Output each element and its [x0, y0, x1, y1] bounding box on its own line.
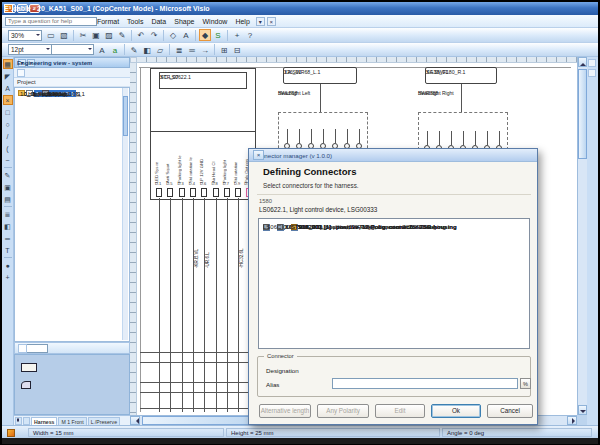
pan-zoom-button[interactable]: [588, 59, 596, 67]
page-tab-harness[interactable]: Harness: [31, 417, 57, 425]
page-tab-m-1-front[interactable]: M 1 Front: [58, 417, 86, 425]
line-icon[interactable]: ═: [3, 233, 13, 243]
paste-icon[interactable]: ▨: [103, 29, 115, 41]
bring-front-icon[interactable]: ⊞: [218, 44, 230, 56]
layers-icon[interactable]: ≣: [3, 209, 13, 219]
zoom-in-icon[interactable]: +: [231, 29, 243, 41]
alias-input[interactable]: [332, 378, 518, 389]
text-tool-icon[interactable]: A: [180, 29, 192, 41]
line-style-icon[interactable]: ═: [186, 44, 198, 56]
arc-tool-icon[interactable]: (: [3, 143, 13, 153]
line-tool-icon[interactable]: /: [3, 131, 13, 141]
menu-help[interactable]: Help: [231, 17, 253, 26]
rectangle-tool-icon[interactable]: □: [3, 107, 13, 117]
stencil-master-shape[interactable]: [21, 363, 37, 372]
page-break-button[interactable]: [588, 69, 596, 77]
menu-window[interactable]: Window: [198, 17, 231, 26]
wire-3[interactable]: [182, 198, 183, 412]
help-icon[interactable]: ?: [244, 29, 256, 41]
pan-tool-icon[interactable]: +: [3, 272, 13, 282]
page-tab-l-preserve[interactable]: L /Preserve: [88, 417, 120, 425]
redo-icon[interactable]: ↷: [148, 29, 160, 41]
stencil-master-shape[interactable]: [21, 381, 31, 389]
component-block-headlight-right[interactable]: XA.SWF180_R.1 SG38_01: [425, 67, 497, 84]
shapes-icon[interactable]: ◇: [167, 29, 179, 41]
format-painter-icon[interactable]: ✎: [116, 29, 128, 41]
undo-icon[interactable]: ↶: [135, 29, 147, 41]
ok-button[interactable]: Ok: [431, 404, 481, 418]
fill-color-icon[interactable]: ◧: [141, 44, 153, 56]
stamp-tool-icon[interactable]: ▤: [3, 194, 13, 204]
title-bar[interactable]: E³.cable - 20_KA51_S00_1 (CopCenter Mode…: [2, 2, 598, 15]
connector-tree-item-8[interactable]: ✓ST912_001 [1] , positive, 12-Polig, con…: [259, 222, 291, 232]
menu-tools[interactable]: Tools: [123, 17, 147, 26]
font-size-select[interactable]: 12pt: [8, 44, 52, 55]
stencil-shapes-panel[interactable]: [14, 354, 130, 415]
color-schemes-icon[interactable]: ▦: [3, 59, 13, 69]
tabs-scroll-right-icon[interactable]: [23, 417, 30, 425]
connector-pin-6[interactable]: [213, 188, 219, 197]
zoom-tool-icon[interactable]: ●: [3, 260, 13, 270]
connector-pin-4[interactable]: [190, 188, 196, 197]
wire-2[interactable]: [170, 198, 171, 412]
connector-pin-1[interactable]: [156, 188, 162, 197]
component-block-headlight-left[interactable]: XA.SWR68_L.1 136_01: [283, 67, 357, 84]
wire-6[interactable]: [216, 198, 217, 412]
print-preview-icon[interactable]: ▧: [58, 29, 70, 41]
sidebar-header[interactable]: Engineering view - system ▾×: [14, 57, 130, 68]
stamp-tool-icon[interactable]: S: [212, 29, 224, 41]
scroll-up-icon[interactable]: [578, 57, 587, 67]
connection-point-icon[interactable]: ×: [3, 95, 13, 105]
copy-icon[interactable]: ▣: [90, 29, 102, 41]
wire-1[interactable]: [159, 198, 160, 412]
print-icon[interactable]: ▭: [45, 29, 57, 41]
tree-item-10-copy-box[interactable]: 10_Copy Box: [15, 89, 18, 98]
pencil-tool-icon[interactable]: ✎: [3, 170, 13, 180]
highlight-color-icon[interactable]: a: [109, 44, 121, 56]
stencil-edit-icon[interactable]: [18, 344, 27, 353]
crop-tool-icon[interactable]: ▣: [3, 182, 13, 192]
dialog-close-icon[interactable]: ×: [253, 150, 264, 160]
text-block-icon[interactable]: A: [3, 83, 13, 93]
wire-7[interactable]: [227, 198, 228, 412]
send-back-icon[interactable]: ⊟: [231, 44, 243, 56]
scroll-right-icon[interactable]: [567, 416, 577, 425]
pointer-tool-icon[interactable]: ◆: [199, 29, 211, 41]
help-dropdown-icon[interactable]: ▾: [256, 17, 265, 26]
fill-icon[interactable]: ◧: [3, 221, 13, 231]
cancel-button[interactable]: Cancel: [487, 404, 533, 418]
toolbar-separator: [227, 30, 228, 41]
tree-refresh-icon[interactable]: [17, 69, 25, 77]
headlight-left-assembly[interactable]: [278, 112, 368, 153]
connector-pin-5[interactable]: [201, 188, 207, 197]
tree-scrollbar-thumb[interactable]: [123, 96, 128, 136]
shadow-icon[interactable]: ▱: [154, 44, 166, 56]
text-color-icon[interactable]: T: [3, 245, 13, 255]
freeform-tool-icon[interactable]: ~: [3, 155, 13, 165]
dialog-title-bar[interactable]: Connector manager (v 1.0.0) ×: [249, 149, 537, 162]
zoom-select[interactable]: 30%: [8, 30, 42, 41]
cut-icon[interactable]: ✂: [77, 29, 89, 41]
line-color-icon[interactable]: ✎: [128, 44, 140, 56]
menu-format[interactable]: Format: [93, 17, 123, 26]
connector-pin-8[interactable]: [235, 188, 241, 197]
document-close-icon[interactable]: ×: [267, 17, 276, 26]
tree-scrollbar[interactable]: [122, 88, 128, 340]
help-search-input[interactable]: [5, 17, 97, 26]
text-color-icon[interactable]: A: [96, 44, 108, 56]
line-ends-icon[interactable]: →: [199, 44, 211, 56]
connector-pin-7[interactable]: [224, 188, 230, 197]
connector-pin-2[interactable]: [167, 188, 173, 197]
ellipse-tool-icon[interactable]: ○: [3, 119, 13, 129]
vertical-scrollbar[interactable]: [577, 57, 587, 415]
line-weight-icon[interactable]: ≣: [173, 44, 185, 56]
menu-data[interactable]: Data: [147, 17, 170, 26]
menu-shape[interactable]: Shape: [170, 17, 198, 26]
scroll-down-icon[interactable]: [578, 405, 587, 415]
pointer-tool-icon[interactable]: ◤: [3, 71, 13, 81]
vertical-scroll-thumb[interactable]: [578, 69, 587, 159]
connector-pin-3[interactable]: [179, 188, 185, 197]
alias-browse-button[interactable]: %: [520, 378, 531, 389]
scroll-left-icon[interactable]: [130, 416, 140, 425]
horizontal-scroll-thumb[interactable]: [142, 416, 262, 425]
